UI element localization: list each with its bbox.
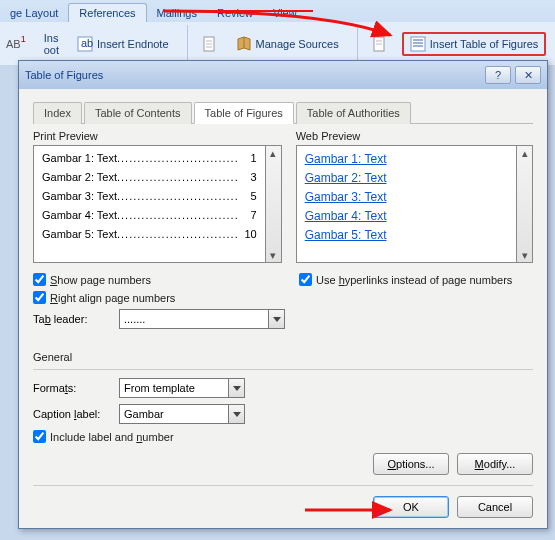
- caption-label-dropdown-button[interactable]: [229, 404, 245, 424]
- tab-references[interactable]: References: [68, 3, 146, 22]
- modify-button[interactable]: Modify...: [457, 453, 533, 475]
- tab-leader-input[interactable]: [119, 309, 269, 329]
- tab-table-of-figures[interactable]: Table of Figures: [194, 102, 294, 124]
- tab-index[interactable]: Index: [33, 102, 82, 124]
- help-button[interactable]: ?: [485, 66, 511, 84]
- chevron-down-icon: [233, 412, 241, 417]
- dialog-titlebar: Table of Figures ? ✕: [19, 61, 547, 89]
- print-preview-entry: Gambar 1: Text..........................…: [42, 152, 257, 171]
- book-icon: [236, 36, 252, 52]
- use-hyperlinks-input[interactable]: [299, 273, 312, 286]
- ins-fragment: Ins: [44, 32, 59, 44]
- tab-view[interactable]: View: [263, 4, 307, 22]
- caption-label-label: Caption label:: [33, 408, 113, 420]
- manage-sources-label: Manage Sources: [256, 38, 339, 50]
- web-preview-link[interactable]: Gambar 2: Text: [305, 171, 508, 190]
- use-hyperlinks-label: Use hyperlinks instead of page numbers: [316, 274, 512, 286]
- show-page-numbers-checkbox[interactable]: Show page numbers: [33, 273, 285, 286]
- dialog-tabs: Index Table of Contents Table of Figures…: [33, 101, 533, 124]
- insert-tof-label: Insert Table of Figures: [430, 38, 539, 50]
- show-page-numbers-label: Show page numbers: [50, 274, 151, 286]
- web-preview-link[interactable]: Gambar 1: Text: [305, 152, 508, 171]
- right-align-checkbox[interactable]: Right align page numbers: [33, 291, 285, 304]
- ribbon-body: AB1 Ins oot ab Insert Endnote Manage Sou…: [0, 22, 555, 65]
- include-label-checkbox[interactable]: Include label and number: [33, 430, 533, 443]
- right-align-input[interactable]: [33, 291, 46, 304]
- close-button[interactable]: ✕: [515, 66, 541, 84]
- tab-leader-combo[interactable]: [119, 309, 285, 329]
- print-preview-entry: Gambar 2: Text..........................…: [42, 171, 257, 190]
- include-label-text: Include label and number: [50, 431, 174, 443]
- print-preview-entry: Gambar 3: Text..........................…: [42, 190, 257, 209]
- web-preview-label: Web Preview: [296, 130, 533, 142]
- footnote-label: AB1: [6, 34, 26, 52]
- help-icon: ?: [495, 69, 501, 81]
- scroll-down-icon[interactable]: ▾: [517, 248, 532, 262]
- web-preview-link[interactable]: Gambar 4: Text: [305, 209, 508, 228]
- general-label: General: [33, 351, 533, 363]
- scroll-down-icon[interactable]: ▾: [266, 248, 281, 262]
- endnote-icon: ab: [77, 36, 93, 52]
- insert-table-of-figures-button[interactable]: Insert Table of Figures: [402, 32, 547, 56]
- tab-table-of-contents[interactable]: Table of Contents: [84, 102, 192, 124]
- web-preview-link[interactable]: Gambar 5: Text: [305, 228, 508, 247]
- manage-sources-button[interactable]: Manage Sources: [232, 34, 343, 54]
- print-preview-box: Gambar 1: Text..........................…: [33, 145, 266, 263]
- caption-label-combo[interactable]: [119, 404, 245, 424]
- caption-label-input[interactable]: [119, 404, 229, 424]
- tab-table-of-authorities[interactable]: Table of Authorities: [296, 102, 411, 124]
- insert-endnote-button[interactable]: ab Insert Endnote: [73, 34, 173, 54]
- insert-endnote-label: Insert Endnote: [97, 38, 169, 50]
- svg-rect-10: [411, 37, 425, 51]
- scroll-up-icon[interactable]: ▴: [266, 146, 281, 160]
- tab-review[interactable]: Review: [207, 4, 263, 22]
- formats-label: Formats:: [33, 382, 113, 394]
- cancel-button[interactable]: Cancel: [457, 496, 533, 518]
- close-icon: ✕: [524, 69, 533, 82]
- scroll-up-icon[interactable]: ▴: [517, 146, 532, 160]
- ok-button[interactable]: OK: [373, 496, 449, 518]
- chevron-down-icon: [233, 386, 241, 391]
- annotation-strike: [163, 10, 313, 12]
- sources-doc-icon: [202, 36, 218, 52]
- print-preview-label: Print Preview: [33, 130, 282, 142]
- ribbon-divider-2: [357, 25, 358, 63]
- chevron-down-icon: [273, 317, 281, 322]
- formats-dropdown-button[interactable]: [229, 378, 245, 398]
- print-preview-entry: Gambar 5: Text..........................…: [42, 228, 257, 247]
- formats-combo[interactable]: [119, 378, 245, 398]
- svg-text:ab: ab: [81, 37, 93, 49]
- right-align-label: Right align page numbers: [50, 292, 175, 304]
- use-hyperlinks-checkbox[interactable]: Use hyperlinks instead of page numbers: [299, 273, 533, 286]
- tab-leader-dropdown-button[interactable]: [269, 309, 285, 329]
- tab-leader-label: Tab leader:: [33, 313, 113, 325]
- formats-input[interactable]: [119, 378, 229, 398]
- web-preview-box: Gambar 1: TextGambar 2: TextGambar 3: Te…: [296, 145, 517, 263]
- print-preview-scrollbar[interactable]: ▴ ▾: [266, 145, 282, 263]
- tab-page-layout[interactable]: ge Layout: [0, 4, 68, 22]
- table-of-figures-dialog: Table of Figures ? ✕ Index Table of Cont…: [18, 60, 548, 529]
- web-preview-scrollbar[interactable]: ▴ ▾: [517, 145, 533, 263]
- dialog-title: Table of Figures: [25, 69, 103, 81]
- ribbon-divider: [187, 25, 188, 63]
- tof-icon: [410, 36, 426, 52]
- show-page-numbers-input[interactable]: [33, 273, 46, 286]
- web-preview-link[interactable]: Gambar 3: Text: [305, 190, 508, 209]
- print-preview-entry: Gambar 4: Text..........................…: [42, 209, 257, 228]
- tof-doc-icon: [372, 36, 388, 52]
- ribbon: ge Layout References Mailings Review Vie…: [0, 0, 555, 65]
- oot-fragment: oot: [44, 44, 59, 56]
- include-label-input[interactable]: [33, 430, 46, 443]
- options-button[interactable]: Options...: [373, 453, 449, 475]
- tab-mailings[interactable]: Mailings: [147, 4, 207, 22]
